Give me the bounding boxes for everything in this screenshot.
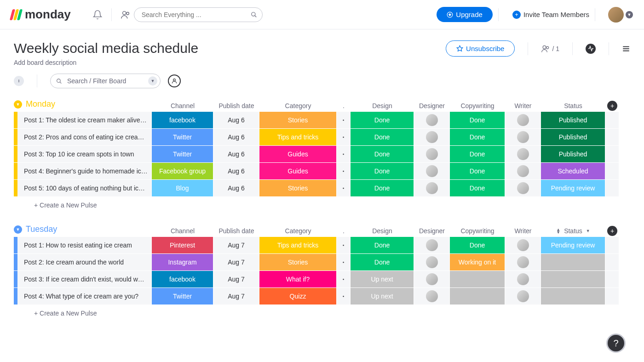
upgrade-button[interactable]: Upgrade [437, 7, 493, 22]
channel-cell[interactable]: Instagram [152, 254, 213, 270]
status-cell[interactable]: Published [541, 112, 605, 128]
menu-icon[interactable] [622, 45, 630, 53]
status-cell[interactable]: Scheduled [541, 163, 605, 179]
logo[interactable]: monday [11, 7, 71, 22]
members-count[interactable]: / 1 [541, 44, 559, 53]
table-row[interactable]: Post 4: What type of ice cream are you?T… [14, 288, 630, 305]
status-cell[interactable]: Pending review [541, 180, 605, 196]
dot-cell[interactable]: ● [337, 254, 351, 270]
col-dot[interactable]: . [337, 99, 351, 112]
task-name[interactable]: Post 2: Ice cream around the world [17, 254, 152, 270]
design-cell[interactable]: Done [351, 112, 414, 128]
new-pulse-row[interactable]: + Create a New Pulse [14, 197, 630, 213]
copywriting-cell[interactable] [450, 288, 505, 305]
dot-cell[interactable]: ● [337, 129, 351, 145]
col-channel[interactable]: Channel [152, 224, 213, 237]
activity-icon[interactable] [586, 44, 596, 54]
board-description[interactable]: Add board description [14, 59, 198, 66]
dot-cell[interactable]: ● [337, 146, 351, 162]
category-cell[interactable]: Tips and tricks [259, 237, 337, 253]
category-cell[interactable]: Stories [259, 254, 337, 270]
writer-cell[interactable] [505, 146, 541, 162]
collapse-icon[interactable]: ▼ [14, 225, 22, 234]
avatar-menu-icon[interactable]: ▼ [626, 11, 633, 18]
col-category[interactable]: Category [259, 99, 337, 112]
designer-cell[interactable] [414, 163, 450, 179]
invite-button[interactable]: + Invite Team Members [512, 11, 589, 19]
date-cell[interactable]: Aug 6 [213, 146, 259, 162]
dot-cell[interactable]: ● [337, 237, 351, 253]
design-cell[interactable]: Done [351, 129, 414, 145]
status-cell[interactable]: Published [541, 146, 605, 162]
col-category[interactable]: Category [259, 224, 337, 237]
design-cell[interactable]: Done [351, 163, 414, 179]
channel-cell[interactable]: facebook [152, 271, 213, 287]
col-designer[interactable]: Designer [414, 224, 450, 237]
group-header[interactable]: ▼ Monday [14, 99, 152, 109]
date-cell[interactable]: Aug 7 [213, 237, 259, 253]
task-name[interactable]: Post 1: The oldest ice cream maker alive… [17, 112, 152, 128]
group-title[interactable]: Monday [26, 99, 55, 109]
col-publish-date[interactable]: Publish date [213, 99, 259, 112]
writer-cell[interactable] [505, 237, 541, 253]
col-writer[interactable]: Writer [505, 99, 541, 112]
channel-cell[interactable]: Pinterest [152, 237, 213, 253]
designer-cell[interactable] [414, 180, 450, 196]
channel-cell[interactable]: Twitter [152, 288, 213, 305]
task-name[interactable]: Post 4: What type of ice cream are you? [17, 288, 152, 305]
designer-cell[interactable] [414, 237, 450, 253]
copywriting-cell[interactable]: Done [450, 237, 505, 253]
person-filter-icon[interactable] [168, 75, 181, 87]
collapse-icon[interactable]: ▼ [14, 100, 22, 109]
status-cell[interactable]: Pending review [541, 237, 605, 253]
task-name[interactable]: Post 3: Top 10 ice cream spots in town [17, 146, 152, 162]
table-row[interactable]: Post 5: 100 days of eating nothing but i… [14, 180, 630, 196]
design-cell[interactable]: Done [351, 146, 414, 162]
status-cell[interactable]: Published [541, 129, 605, 145]
chevron-down-icon[interactable]: ▼ [148, 76, 157, 86]
task-name[interactable]: Post 1: How to resist eating ice cream [17, 237, 152, 253]
user-avatar[interactable] [608, 7, 624, 23]
date-cell[interactable]: Aug 6 [213, 112, 259, 128]
new-pulse-row[interactable]: + Create a New Pulse [14, 305, 630, 322]
col-copywriting[interactable]: Copywriting [450, 224, 505, 237]
group-header[interactable]: ▼ Tuesday [14, 224, 152, 234]
status-cell[interactable] [541, 254, 605, 270]
copywriting-cell[interactable]: Done [450, 129, 505, 145]
design-cell[interactable]: Up next [351, 288, 414, 305]
category-cell[interactable]: Quizz [259, 288, 337, 305]
dot-cell[interactable]: ● [337, 271, 351, 287]
table-row[interactable]: Post 2: Pros and cons of eating ice crea… [14, 129, 630, 145]
date-cell[interactable]: Aug 6 [213, 129, 259, 145]
designer-cell[interactable] [414, 112, 450, 128]
category-cell[interactable]: Stories [259, 112, 337, 128]
design-cell[interactable]: Done [351, 254, 414, 270]
table-row[interactable]: Post 1: The oldest ice cream maker alive… [14, 112, 630, 128]
col-designer[interactable]: Designer [414, 99, 450, 112]
copywriting-cell[interactable] [450, 271, 505, 287]
col-dot[interactable]: . [337, 224, 351, 237]
task-name[interactable]: Post 4: Beginner's guide to homemade ic… [17, 163, 152, 179]
col-status[interactable]: Status [541, 99, 605, 112]
writer-cell[interactable] [505, 112, 541, 128]
table-row[interactable]: Post 3: Top 10 ice cream spots in townTw… [14, 146, 630, 162]
status-cell[interactable] [541, 271, 605, 287]
writer-cell[interactable] [505, 271, 541, 287]
channel-cell[interactable]: Facebook group [152, 163, 213, 179]
writer-cell[interactable] [505, 180, 541, 196]
writer-cell[interactable] [505, 288, 541, 305]
col-writer[interactable]: Writer [505, 224, 541, 237]
design-cell[interactable]: Done [351, 237, 414, 253]
designer-cell[interactable] [414, 254, 450, 270]
date-cell[interactable]: Aug 6 [213, 180, 259, 196]
category-cell[interactable]: Guides [259, 146, 337, 162]
copywriting-cell[interactable]: Done [450, 163, 505, 179]
designer-cell[interactable] [414, 271, 450, 287]
copywriting-cell[interactable]: Working on it [450, 254, 505, 270]
add-column[interactable]: + [605, 99, 619, 112]
date-cell[interactable]: Aug 7 [213, 288, 259, 305]
status-cell[interactable] [541, 288, 605, 305]
writer-cell[interactable] [505, 129, 541, 145]
writer-cell[interactable] [505, 254, 541, 270]
table-row[interactable]: Post 1: How to resist eating ice creamPi… [14, 237, 630, 253]
